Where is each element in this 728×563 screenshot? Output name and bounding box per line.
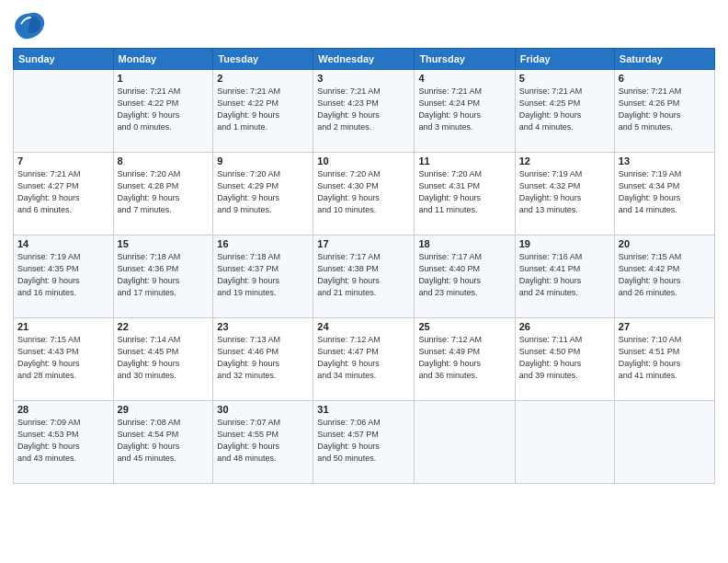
day-info: Sunrise: 7:20 AM Sunset: 4:30 PM Dayligh… bbox=[317, 168, 410, 216]
calendar-cell: 29Sunrise: 7:08 AM Sunset: 4:54 PM Dayli… bbox=[113, 401, 213, 484]
day-number: 31 bbox=[317, 404, 410, 415]
weekday-friday: Friday bbox=[515, 49, 614, 70]
day-info: Sunrise: 7:17 AM Sunset: 4:40 PM Dayligh… bbox=[418, 251, 510, 299]
day-number: 28 bbox=[17, 404, 109, 415]
calendar-cell bbox=[614, 401, 714, 484]
calendar-cell: 5Sunrise: 7:21 AM Sunset: 4:25 PM Daylig… bbox=[515, 70, 614, 153]
day-info: Sunrise: 7:10 AM Sunset: 4:51 PM Dayligh… bbox=[619, 334, 711, 382]
calendar-cell: 28Sunrise: 7:09 AM Sunset: 4:53 PM Dayli… bbox=[14, 401, 114, 484]
day-info: Sunrise: 7:20 AM Sunset: 4:28 PM Dayligh… bbox=[118, 168, 210, 216]
day-info: Sunrise: 7:21 AM Sunset: 4:24 PM Dayligh… bbox=[418, 86, 510, 133]
day-number: 6 bbox=[619, 73, 711, 84]
day-number: 3 bbox=[317, 73, 410, 84]
day-number: 9 bbox=[217, 155, 309, 167]
day-number: 26 bbox=[519, 321, 610, 332]
calendar-cell: 4Sunrise: 7:21 AM Sunset: 4:24 PM Daylig… bbox=[415, 70, 515, 153]
day-info: Sunrise: 7:17 AM Sunset: 4:38 PM Dayligh… bbox=[317, 251, 410, 299]
calendar-cell bbox=[415, 401, 515, 484]
day-info: Sunrise: 7:20 AM Sunset: 4:29 PM Dayligh… bbox=[217, 168, 309, 216]
day-info: Sunrise: 7:12 AM Sunset: 4:49 PM Dayligh… bbox=[418, 334, 510, 382]
calendar-cell: 3Sunrise: 7:21 AM Sunset: 4:23 PM Daylig… bbox=[313, 70, 415, 153]
day-number: 10 bbox=[317, 155, 410, 167]
day-number: 21 bbox=[17, 321, 109, 332]
calendar-cell: 11Sunrise: 7:20 AM Sunset: 4:31 PM Dayli… bbox=[415, 153, 515, 236]
day-number: 15 bbox=[118, 238, 210, 249]
calendar-cell: 2Sunrise: 7:21 AM Sunset: 4:22 PM Daylig… bbox=[213, 70, 313, 153]
day-info: Sunrise: 7:21 AM Sunset: 4:27 PM Dayligh… bbox=[17, 168, 109, 216]
day-number: 22 bbox=[118, 321, 210, 332]
calendar-week-4: 21Sunrise: 7:15 AM Sunset: 4:43 PM Dayli… bbox=[14, 318, 715, 401]
logo-icon bbox=[13, 9, 46, 42]
day-info: Sunrise: 7:21 AM Sunset: 4:23 PM Dayligh… bbox=[317, 86, 410, 133]
day-number: 4 bbox=[418, 73, 510, 84]
calendar-cell bbox=[14, 70, 114, 153]
day-info: Sunrise: 7:12 AM Sunset: 4:47 PM Dayligh… bbox=[317, 334, 410, 382]
calendar-cell: 7Sunrise: 7:21 AM Sunset: 4:27 PM Daylig… bbox=[14, 153, 114, 236]
calendar-cell: 10Sunrise: 7:20 AM Sunset: 4:30 PM Dayli… bbox=[313, 153, 415, 236]
day-number: 8 bbox=[118, 155, 210, 167]
page: SundayMondayTuesdayWednesdayThursdayFrid… bbox=[0, 0, 728, 563]
calendar-cell: 1Sunrise: 7:21 AM Sunset: 4:22 PM Daylig… bbox=[113, 70, 213, 153]
day-info: Sunrise: 7:11 AM Sunset: 4:50 PM Dayligh… bbox=[519, 334, 610, 382]
weekday-thursday: Thursday bbox=[415, 49, 515, 70]
day-info: Sunrise: 7:06 AM Sunset: 4:57 PM Dayligh… bbox=[317, 417, 410, 465]
calendar-cell bbox=[515, 401, 614, 484]
day-info: Sunrise: 7:19 AM Sunset: 4:32 PM Dayligh… bbox=[519, 168, 610, 216]
day-number: 7 bbox=[17, 155, 109, 167]
day-info: Sunrise: 7:09 AM Sunset: 4:53 PM Dayligh… bbox=[17, 417, 109, 465]
day-number: 16 bbox=[217, 238, 309, 249]
calendar-cell: 15Sunrise: 7:18 AM Sunset: 4:36 PM Dayli… bbox=[113, 236, 213, 318]
day-number: 27 bbox=[619, 321, 711, 332]
day-info: Sunrise: 7:21 AM Sunset: 4:22 PM Dayligh… bbox=[118, 86, 210, 133]
day-number: 25 bbox=[418, 321, 510, 332]
weekday-monday: Monday bbox=[113, 49, 213, 70]
calendar-cell: 27Sunrise: 7:10 AM Sunset: 4:51 PM Dayli… bbox=[614, 318, 714, 401]
calendar-cell: 12Sunrise: 7:19 AM Sunset: 4:32 PM Dayli… bbox=[515, 153, 614, 236]
day-number: 13 bbox=[619, 155, 711, 167]
calendar-cell: 25Sunrise: 7:12 AM Sunset: 4:49 PM Dayli… bbox=[415, 318, 515, 401]
day-info: Sunrise: 7:14 AM Sunset: 4:45 PM Dayligh… bbox=[118, 334, 210, 382]
day-info: Sunrise: 7:08 AM Sunset: 4:54 PM Dayligh… bbox=[118, 417, 210, 465]
day-number: 5 bbox=[519, 73, 610, 84]
weekday-header-row: SundayMondayTuesdayWednesdayThursdayFrid… bbox=[14, 49, 715, 70]
day-info: Sunrise: 7:18 AM Sunset: 4:37 PM Dayligh… bbox=[217, 251, 309, 299]
day-info: Sunrise: 7:16 AM Sunset: 4:41 PM Dayligh… bbox=[519, 251, 610, 299]
day-number: 18 bbox=[418, 238, 510, 249]
day-number: 14 bbox=[17, 238, 109, 249]
day-number: 19 bbox=[519, 238, 610, 249]
day-info: Sunrise: 7:19 AM Sunset: 4:35 PM Dayligh… bbox=[17, 251, 109, 299]
day-info: Sunrise: 7:21 AM Sunset: 4:22 PM Dayligh… bbox=[217, 86, 309, 133]
calendar-week-2: 7Sunrise: 7:21 AM Sunset: 4:27 PM Daylig… bbox=[14, 153, 715, 236]
weekday-saturday: Saturday bbox=[614, 49, 714, 70]
calendar-cell: 22Sunrise: 7:14 AM Sunset: 4:45 PM Dayli… bbox=[113, 318, 213, 401]
calendar-cell: 8Sunrise: 7:20 AM Sunset: 4:28 PM Daylig… bbox=[113, 153, 213, 236]
day-info: Sunrise: 7:21 AM Sunset: 4:26 PM Dayligh… bbox=[619, 86, 711, 133]
day-info: Sunrise: 7:21 AM Sunset: 4:25 PM Dayligh… bbox=[519, 86, 610, 133]
day-info: Sunrise: 7:07 AM Sunset: 4:55 PM Dayligh… bbox=[217, 417, 309, 465]
calendar-week-5: 28Sunrise: 7:09 AM Sunset: 4:53 PM Dayli… bbox=[14, 401, 715, 484]
day-number: 29 bbox=[118, 404, 210, 415]
logo bbox=[13, 9, 50, 42]
day-number: 17 bbox=[317, 238, 410, 249]
calendar-cell: 19Sunrise: 7:16 AM Sunset: 4:41 PM Dayli… bbox=[515, 236, 614, 318]
header bbox=[13, 9, 715, 42]
day-info: Sunrise: 7:19 AM Sunset: 4:34 PM Dayligh… bbox=[619, 168, 711, 216]
calendar-cell: 30Sunrise: 7:07 AM Sunset: 4:55 PM Dayli… bbox=[213, 401, 313, 484]
calendar-cell: 26Sunrise: 7:11 AM Sunset: 4:50 PM Dayli… bbox=[515, 318, 614, 401]
calendar-cell: 13Sunrise: 7:19 AM Sunset: 4:34 PM Dayli… bbox=[614, 153, 714, 236]
calendar-cell: 24Sunrise: 7:12 AM Sunset: 4:47 PM Dayli… bbox=[313, 318, 415, 401]
day-info: Sunrise: 7:18 AM Sunset: 4:36 PM Dayligh… bbox=[118, 251, 210, 299]
calendar-cell: 9Sunrise: 7:20 AM Sunset: 4:29 PM Daylig… bbox=[213, 153, 313, 236]
calendar-cell: 23Sunrise: 7:13 AM Sunset: 4:46 PM Dayli… bbox=[213, 318, 313, 401]
calendar-cell: 16Sunrise: 7:18 AM Sunset: 4:37 PM Dayli… bbox=[213, 236, 313, 318]
day-number: 23 bbox=[217, 321, 309, 332]
day-number: 20 bbox=[619, 238, 711, 249]
day-number: 24 bbox=[317, 321, 410, 332]
day-info: Sunrise: 7:15 AM Sunset: 4:43 PM Dayligh… bbox=[17, 334, 109, 382]
day-number: 30 bbox=[217, 404, 309, 415]
calendar-cell: 18Sunrise: 7:17 AM Sunset: 4:40 PM Dayli… bbox=[415, 236, 515, 318]
day-info: Sunrise: 7:20 AM Sunset: 4:31 PM Dayligh… bbox=[418, 168, 510, 216]
day-info: Sunrise: 7:15 AM Sunset: 4:42 PM Dayligh… bbox=[619, 251, 711, 299]
weekday-wednesday: Wednesday bbox=[313, 49, 415, 70]
day-number: 1 bbox=[118, 73, 210, 84]
